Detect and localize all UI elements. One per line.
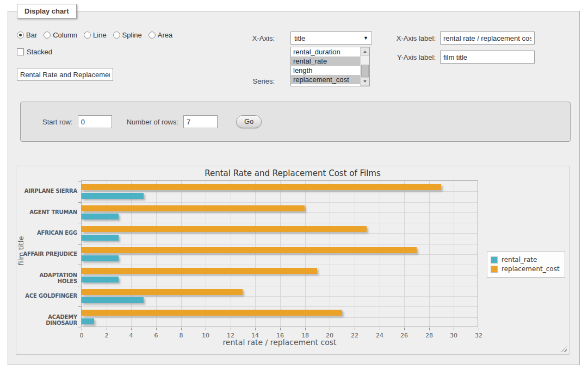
series-option-rental_rate[interactable]: rental_rate — [291, 57, 360, 66]
chart-type-radio-group: BarColumnLineSplineArea — [17, 31, 176, 39]
fieldset-legend: Display chart — [17, 4, 77, 18]
y-tick-mark — [78, 202, 81, 203]
scroll-up-icon[interactable] — [361, 47, 369, 56]
bar-replacement_cost — [82, 268, 317, 274]
category-label: AFFAIR PREJUDICE — [18, 251, 77, 257]
chart-type-option-area[interactable]: Area — [148, 31, 172, 39]
radio-label: Bar — [26, 31, 37, 39]
rows-panel: Start row: Number of rows: Go — [20, 102, 571, 142]
chart-title: Rental Rate and Replacement Cost of Film… — [16, 168, 569, 178]
x-axis-label-field-label: X-Axis label: — [370, 34, 436, 43]
gridline-x — [255, 181, 256, 327]
bar-rental_rate — [82, 235, 119, 241]
bar-rental_rate — [82, 193, 144, 199]
radio-icon[interactable] — [113, 32, 120, 39]
display-chart-fieldset: Display chart BarColumnLineSplineArea St… — [8, 11, 580, 365]
category-label: AFRICAN EGG — [18, 230, 77, 236]
scrollbar-thumb[interactable] — [361, 65, 369, 77]
legend-swatch-replacement_cost — [491, 266, 498, 273]
x-axis-selected-value: title — [294, 34, 305, 42]
gridline-x — [131, 181, 132, 327]
chart-type-option-spline[interactable]: Spline — [113, 31, 142, 39]
series-options: rental_durationrental_ratelengthreplacem… — [291, 47, 360, 86]
gridline-x — [181, 181, 182, 327]
gridline-x — [206, 181, 206, 327]
num-rows-label: Number of rows: — [127, 118, 178, 126]
category-label: ACADEMY DINOSAUR — [18, 314, 77, 326]
radio-label: Area — [158, 31, 172, 39]
y-tick-mark — [78, 265, 81, 265]
bar-rental_rate — [82, 297, 144, 303]
chart-type-option-bar[interactable]: Bar — [17, 31, 37, 39]
y-tick-mark — [78, 286, 81, 286]
x-tick-mark — [107, 328, 107, 330]
series-listbox[interactable]: rental_durationrental_ratelengthreplacem… — [290, 47, 370, 86]
chart-type-option-column[interactable]: Column — [44, 31, 77, 39]
x-tick-mark — [280, 328, 281, 330]
stacked-checkbox-row[interactable]: Stacked — [17, 48, 52, 56]
category-label: ADAPTATION HOLES — [18, 272, 77, 284]
gridline-y-center — [82, 275, 478, 276]
chevron-down-icon: ▼ — [363, 35, 368, 41]
radio-icon[interactable] — [44, 32, 51, 39]
x-tick-mark — [404, 328, 405, 330]
series-option-replacement_cost[interactable]: replacement_cost — [291, 75, 360, 84]
bar-rental_rate — [82, 277, 119, 283]
category-label: AIRPLANE SIERRA — [18, 188, 77, 194]
radio-icon[interactable] — [148, 32, 156, 39]
radio-icon[interactable] — [17, 32, 24, 39]
start-row-label: Start row: — [42, 118, 73, 126]
y-tick-mark — [78, 244, 81, 244]
gridline-x — [305, 181, 306, 327]
series-option-rental_duration[interactable]: rental_duration — [291, 47, 360, 57]
x-tick-mark — [255, 328, 256, 330]
gridline-x — [156, 181, 157, 327]
x-axis-label-input[interactable] — [440, 32, 535, 45]
legend-item: rental_rate — [491, 256, 560, 264]
go-button[interactable]: Go — [236, 115, 262, 128]
radio-label: Line — [93, 31, 107, 39]
x-axis-select[interactable]: title ▼ — [290, 32, 372, 45]
gridline-y-center — [82, 233, 478, 234]
y-axis-label-field-label: Y-Axis label: — [370, 53, 436, 62]
gridline-y-center — [82, 317, 478, 318]
bar-rental_rate — [82, 214, 119, 220]
series-option-length[interactable]: length — [291, 66, 360, 75]
bar-replacement_cost — [82, 226, 367, 232]
radio-icon[interactable] — [84, 32, 91, 39]
x-tick-mark — [479, 328, 479, 330]
x-tick-mark — [330, 328, 330, 330]
num-rows-input[interactable] — [183, 115, 218, 128]
y-tick-mark — [78, 223, 81, 223]
stacked-checkbox[interactable] — [17, 48, 24, 55]
y-tick-mark — [78, 181, 81, 181]
series-scrollbar[interactable] — [360, 47, 369, 86]
stacked-label: Stacked — [27, 48, 52, 56]
gridline-y-boundary — [82, 306, 478, 307]
x-tick-mark — [82, 328, 82, 330]
category-label: AGENT TRUMAN — [18, 209, 77, 215]
gridline-y-boundary — [82, 286, 478, 286]
radio-label: Column — [53, 31, 77, 39]
y-axis-label-input[interactable] — [440, 51, 535, 64]
gridline-y-center — [82, 191, 478, 192]
start-row-input[interactable] — [78, 115, 112, 128]
x-tick-mark — [131, 328, 132, 330]
chart-title-input[interactable] — [17, 68, 113, 81]
scroll-down-icon[interactable] — [361, 77, 369, 86]
chart-type-option-line[interactable]: Line — [84, 31, 107, 39]
plot-area: 02468101214161820222426283032AIRPLANE SI… — [81, 180, 478, 327]
legend-label: rental_rate — [502, 256, 537, 264]
x-tick-mark — [231, 328, 231, 330]
gridline-x — [404, 181, 405, 327]
gridline-y-boundary — [82, 244, 478, 244]
x-tick-mark — [156, 328, 157, 330]
bar-replacement_cost — [82, 310, 342, 316]
gridline-x — [355, 181, 355, 327]
resize-handle-icon[interactable] — [561, 346, 567, 352]
bar-replacement_cost — [82, 247, 417, 253]
gridline-y-center — [82, 296, 478, 297]
gridline-x — [330, 181, 330, 327]
bar-rental_rate — [82, 318, 94, 324]
series-select-label: Series: — [218, 77, 275, 86]
